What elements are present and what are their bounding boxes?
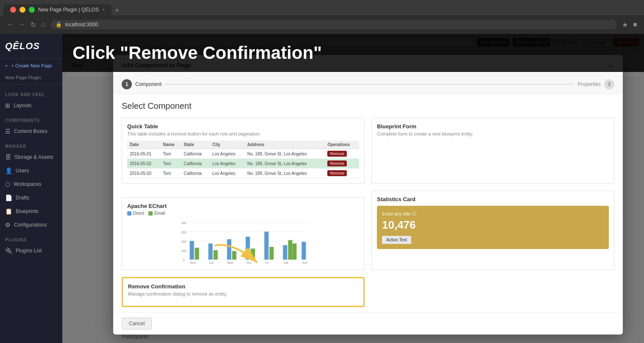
table-row-highlighted: 2016-05-02 Tom California Los Angeles No…: [127, 159, 359, 169]
modal-steps: 1 Component Properties 2: [113, 74, 623, 94]
stats-action-button[interactable]: Action Text: [382, 236, 411, 244]
remove-confirmation-desc: Manage confirmation dialog to remove an …: [128, 291, 358, 296]
svg-rect-12: [209, 243, 213, 260]
svg-text:Sun: Sun: [302, 261, 308, 264]
step-2-circle: 2: [604, 79, 614, 89]
legend-email-dot: [148, 211, 153, 216]
svg-text:Mon: Mon: [190, 261, 196, 264]
storage-icon: 🗄: [5, 154, 11, 160]
chart-area: 400 300 200 100 0: [127, 218, 359, 265]
legend-email: Email: [148, 211, 165, 216]
forward-button[interactable]: →: [19, 21, 25, 28]
svg-rect-16: [246, 237, 250, 260]
quick-table-card[interactable]: Quick Table This table includes a remove…: [122, 118, 365, 184]
dot-yellow: [20, 7, 25, 13]
stats-inner: Enter any title ⓘ 10,476 Action Text: [377, 206, 609, 249]
sidebar-item-drafts[interactable]: 📄 Drafts: [0, 191, 62, 205]
echart-svg: 400 300 200 100 0: [127, 218, 359, 265]
dot-green: [29, 7, 35, 13]
svg-text:100: 100: [181, 249, 187, 252]
statistics-card-title: Statistics Card: [377, 196, 609, 202]
instruction-banner: Click "Remove Confirmation": [62, 34, 644, 72]
home-button[interactable]: ⌂: [41, 21, 45, 28]
statistics-card-card[interactable]: Statistics Card Enter any title ⓘ 10,476…: [371, 191, 614, 270]
svg-rect-14: [227, 239, 231, 260]
active-tab[interactable]: New Page Plugin | QELOS ×: [3, 4, 112, 15]
tab-close-icon[interactable]: ×: [102, 8, 105, 12]
app-logo: QĒLOS: [0, 34, 62, 59]
select-component-title: Select Component: [122, 101, 614, 111]
svg-text:Fri: Fri: [265, 261, 269, 264]
step-2-label: Properties: [577, 81, 601, 87]
browser-toolbar: ← → ↻ ⌂ 🔒 localhost:3000 ★ ■: [0, 15, 644, 34]
svg-text:200: 200: [181, 240, 187, 243]
table-row: 2016-05-03 Tom California Los Angeles No…: [127, 169, 359, 178]
layouts-icon: ⊞: [5, 102, 10, 109]
section-components: COMPONENTS: [0, 115, 62, 124]
reload-button[interactable]: ↻: [31, 21, 36, 29]
svg-rect-20: [283, 245, 287, 260]
apache-echart-card[interactable]: Apache EChart Direct Email: [122, 197, 365, 270]
svg-text:0: 0: [183, 259, 185, 262]
section-manage: MANAGE: [0, 141, 62, 150]
section-look-and-feel: LOOK AND FEEL: [0, 89, 62, 99]
page-plugin-label: New Page Plugin: [0, 72, 62, 83]
main-content: Edit Mode ● Administrator ▾ ✦ Wizard </>…: [62, 34, 644, 343]
remove-confirmation-title: Remove Confirmation: [128, 283, 358, 290]
blueprints-icon: 📋: [5, 208, 12, 215]
section-plugins: PLUGINS: [0, 234, 62, 244]
svg-rect-11: [195, 248, 199, 260]
stats-number: 10,476: [382, 219, 604, 232]
users-icon: 👤: [5, 167, 12, 174]
content-boxes-icon: ☰: [5, 128, 11, 135]
address-bar[interactable]: 🔒 localhost:3000: [50, 20, 617, 29]
star-icon[interactable]: ★: [622, 21, 628, 29]
step-1-circle: 1: [122, 79, 132, 89]
browser-chrome: New Page Plugin | QELOS × + ← → ↻ ⌂ 🔒 lo…: [0, 0, 644, 34]
remove-button-row3[interactable]: Remove: [327, 170, 347, 176]
new-tab-button[interactable]: +: [112, 6, 123, 15]
back-button[interactable]: ←: [7, 21, 14, 28]
sidebar-divider: [0, 84, 62, 85]
info-icon: ⓘ: [412, 211, 416, 217]
svg-rect-13: [214, 250, 218, 260]
workspaces-icon: ⬡: [5, 181, 10, 188]
drafts-icon: 📄: [5, 194, 12, 201]
svg-rect-17: [251, 249, 255, 260]
browser-toolbar-icons: ★ ■: [622, 21, 637, 29]
tab-title: New Page Plugin | QELOS: [38, 7, 99, 13]
step-line: [165, 84, 574, 85]
plugins-icon: 🔌: [5, 247, 12, 254]
configurations-icon: ⚙: [5, 221, 11, 228]
cancel-button[interactable]: Cancel: [122, 318, 152, 329]
remove-button-row2[interactable]: Remove: [327, 160, 347, 166]
legend-direct-dot: [127, 211, 131, 216]
modal-body: Select Component Quick Table This table …: [113, 94, 623, 312]
sidebar-item-layouts[interactable]: ⊞ Layouts: [0, 99, 62, 112]
dot-red: [10, 7, 16, 13]
blueprint-form-card[interactable]: Blueprint Form Complete form to create a…: [371, 118, 614, 184]
add-component-modal: Add Component to Page × 1 Component Prop…: [113, 55, 623, 335]
sidebar-item-content-boxes[interactable]: ☰ Content Boxes: [0, 124, 62, 138]
svg-rect-21: [288, 240, 293, 260]
modal-footer: Cancel: [113, 312, 623, 335]
remove-confirmation-card[interactable]: Remove Confirmation Manage confirmation …: [122, 277, 365, 307]
remove-button-row1[interactable]: Remove: [327, 151, 347, 157]
app-layout: QĒLOS + + Create New Page New Page Plugi…: [0, 34, 644, 343]
extensions-icon[interactable]: ■: [633, 21, 637, 28]
quick-table-desc: This table includes a remove button for …: [127, 131, 359, 136]
sidebar-item-storage[interactable]: 🗄 Storage & Assets: [0, 150, 62, 164]
browser-tabs: New Page Plugin | QELOS × +: [0, 0, 644, 15]
svg-rect-18: [265, 232, 269, 260]
create-new-page-button[interactable]: + + Create New Page: [0, 59, 62, 72]
stats-inner-title: Enter any title ⓘ: [382, 211, 604, 217]
sidebar-item-workspaces[interactable]: ⬡ Workspaces: [0, 177, 62, 191]
svg-rect-22: [302, 242, 306, 260]
sidebar-item-plugins-list[interactable]: 🔌 Plugins List: [0, 244, 62, 257]
sidebar-item-blueprints[interactable]: 📋 Blueprints: [0, 205, 62, 218]
sidebar-item-users[interactable]: 👤 Users: [0, 164, 62, 177]
sidebar-item-configurations[interactable]: ⚙ Configurations: [0, 218, 62, 232]
step-1-label: Component: [135, 81, 162, 87]
quick-table-preview: Date Name State City Address Operations: [127, 141, 359, 178]
svg-text:300: 300: [181, 231, 187, 234]
